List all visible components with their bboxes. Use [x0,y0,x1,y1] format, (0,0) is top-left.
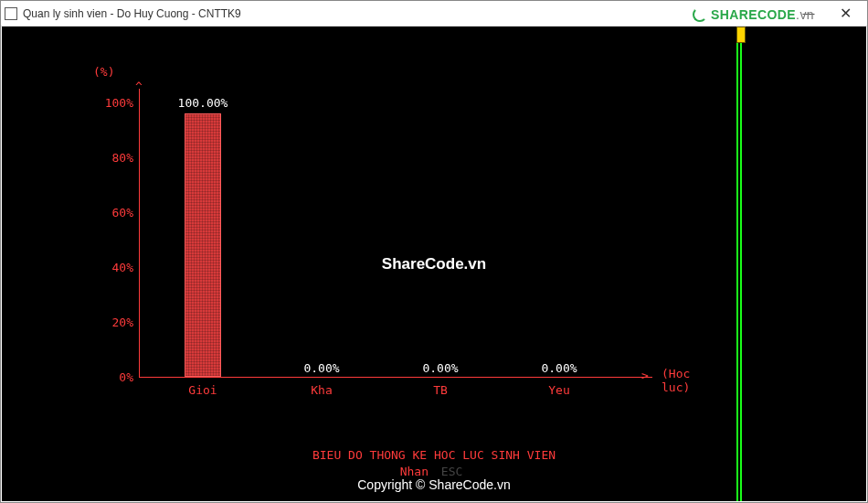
y-tick: 100% [102,96,133,110]
glitch-nub [736,27,746,43]
y-tick: 60% [102,206,133,219]
bar-value-label: 0.00% [404,361,477,375]
y-tick: 20% [102,316,133,329]
chart: (%) ^ > (Hoc luc) 0% 20% 40% 60% 80% 100… [93,72,678,392]
hint-prefix: Nhan [400,465,429,478]
y-tick: 80% [102,151,133,165]
x-axis-line [139,377,652,378]
chart-hint: Nhan ESC [2,464,866,480]
y-tick: 0% [102,370,133,384]
x-tick: Kha [294,383,349,397]
y-axis-line [139,89,140,378]
bar-gioi [185,113,221,377]
close-button[interactable]: ✕ [827,2,863,26]
hint-key: ESC [441,465,462,478]
x-axis-label: (Hoc luc) [662,367,690,394]
glitch-bar [740,27,742,501]
y-tick: 40% [102,261,133,274]
logo-text-suffix: .vn [796,7,814,22]
chart-title: BIEU DO THONG KE HOC LUC SINH VIEN [2,447,866,464]
x-tick: TB [413,383,468,397]
x-tick: Yeu [532,383,587,397]
caption-area: BIEU DO THONG KE HOC LUC SINH VIEN Nhan … [2,447,866,480]
y-axis-label: (%) [93,65,114,79]
x-tick: Gioi [175,383,230,397]
bar-value-label: 0.00% [285,361,358,375]
logo-text-main: SHARECODE [711,7,796,22]
x-axis-arrow-icon: > [641,369,649,382]
bar-value-label: 0.00% [523,361,596,375]
console-area: (%) ^ > (Hoc luc) 0% 20% 40% 60% 80% 100… [2,27,866,501]
bar-value-label: 100.00% [166,96,239,110]
window-title: Quan ly sinh vien - Do Huy Cuong - CNTTK… [23,7,241,20]
app-icon [5,7,17,20]
logo-swirl-icon [693,7,707,22]
glitch-bar [736,27,738,501]
app-window: Quan ly sinh vien - Do Huy Cuong - CNTTK… [0,0,868,503]
sharecode-logo: SHARECODE.vn [693,5,814,22]
